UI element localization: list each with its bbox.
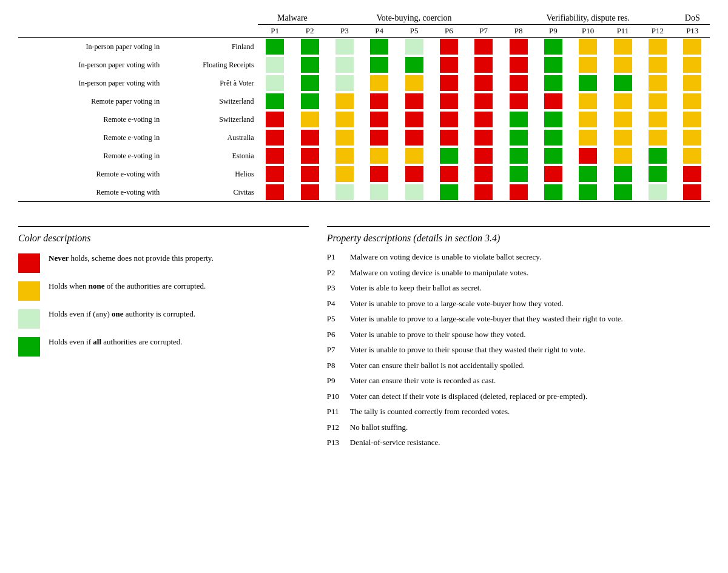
color-cell [536, 183, 570, 202]
color-cell [292, 92, 327, 110]
color-cell [675, 74, 710, 92]
property-item: P4Voter is unable to prove to a large-sc… [327, 298, 710, 310]
color-cell [536, 129, 570, 147]
color-cell [467, 183, 501, 202]
color-cell [327, 110, 362, 129]
color-cell [327, 38, 362, 56]
property-id: P6 [327, 329, 344, 341]
group-dos: DoS [675, 12, 710, 25]
color-cell [571, 74, 605, 92]
color-cell [675, 165, 710, 183]
property-item: P2Malware on voting device is unable to … [327, 267, 710, 279]
color-cell [397, 129, 431, 147]
color-cell [640, 129, 675, 147]
property-id: P3 [327, 282, 344, 294]
color-cell [292, 147, 327, 165]
color-desc-text: Holds when none of the authorities are c… [49, 280, 206, 292]
color-cell [397, 110, 431, 129]
color-cell [397, 183, 431, 202]
color-cell [536, 110, 570, 129]
property-item: P7Voter is unable to prove to their spou… [327, 344, 710, 356]
table-row: Remote paper voting inSwitzerland [18, 92, 710, 110]
color-cell [640, 165, 675, 183]
table-row: In-person paper voting withFloating Rece… [18, 56, 710, 74]
row-label-left: Remote e-voting with [18, 165, 162, 183]
color-swatch [18, 281, 40, 301]
color-cell [327, 147, 362, 165]
comparison-table-section: Malware Vote-buying, coercion Verifiabil… [18, 12, 710, 202]
color-cell [501, 147, 536, 165]
color-cell [362, 110, 397, 129]
color-cell [292, 110, 327, 129]
property-item: P1Malware on voting device is unable to … [327, 251, 710, 263]
bottom-section: Color descriptions Never holds, scheme d… [18, 226, 710, 452]
col-p6: P6 [431, 25, 466, 38]
color-cell [431, 92, 466, 110]
color-cell [327, 165, 362, 183]
color-cell [640, 38, 675, 56]
color-desc-text: Holds even if all authorities are corrup… [49, 336, 183, 348]
color-cell [292, 74, 327, 92]
property-item: P10Voter can detect if their vote is dis… [327, 390, 710, 403]
color-cell [431, 110, 466, 129]
color-cell [467, 110, 501, 129]
color-descriptions-title: Color descriptions [18, 233, 309, 244]
color-desc-item: Never holds, scheme does not provide thi… [18, 252, 309, 273]
color-cell [605, 92, 640, 110]
color-cell [675, 147, 710, 165]
color-cell [640, 92, 675, 110]
color-cell [467, 92, 501, 110]
color-cell [536, 165, 570, 183]
color-cell [431, 38, 466, 56]
color-desc-text: Holds even if (any) one authority is cor… [49, 308, 195, 320]
color-cell [258, 56, 292, 74]
color-cell [605, 56, 640, 74]
color-cell [467, 165, 501, 183]
color-cell [431, 74, 466, 92]
color-cell [501, 74, 536, 92]
color-cell [258, 183, 292, 202]
color-cell [362, 38, 397, 56]
property-text: Malware on voting device is unable to vi… [350, 251, 541, 263]
color-cell [605, 147, 640, 165]
property-text: Voter can ensure their vote is recorded … [350, 375, 496, 387]
property-id: P13 [327, 437, 344, 449]
property-descriptions-panel: Property descriptions (details in sectio… [327, 226, 710, 452]
color-cell [362, 92, 397, 110]
table-body: In-person paper voting inFinlandIn-perso… [18, 38, 710, 202]
property-item: P8Voter can ensure their ballot is not a… [327, 360, 710, 372]
color-cell [397, 56, 431, 74]
color-cell [640, 183, 675, 202]
color-cell [571, 129, 605, 147]
color-cell [675, 183, 710, 202]
color-cell [467, 56, 501, 74]
property-item: P5Voter is unable to prove to a large-sc… [327, 313, 710, 325]
color-cell [467, 129, 501, 147]
property-text: Voter is able to keep their ballot as se… [350, 282, 482, 294]
color-cell [536, 56, 570, 74]
property-text: Voter is unable to prove to a large-scal… [350, 313, 623, 325]
group-verifiability: Verifiability, dispute res. [501, 12, 675, 25]
color-cell [292, 56, 327, 74]
color-cell [501, 38, 536, 56]
property-item: P6Voter is unable to prove to their spou… [327, 329, 710, 341]
color-cell [501, 110, 536, 129]
color-cell [571, 147, 605, 165]
table-row: Remote e-voting inAustralia [18, 129, 710, 147]
table-row: Remote e-voting withCivitas [18, 183, 710, 202]
color-cell [640, 56, 675, 74]
color-cell [362, 183, 397, 202]
color-cell [327, 56, 362, 74]
col-p3: P3 [327, 25, 362, 38]
row-label-right: Estonia [162, 147, 257, 165]
color-cell [397, 147, 431, 165]
sub-header-row: P1 P2 P3 P4 P5 P6 P7 P8 P9 P10 P11 P12 P… [18, 25, 710, 38]
color-cell [292, 165, 327, 183]
color-cell [571, 38, 605, 56]
color-cell [536, 38, 570, 56]
group-header-row: Malware Vote-buying, coercion Verifiabil… [18, 12, 710, 25]
table-row: Remote e-voting inSwitzerland [18, 110, 710, 129]
property-id: P8 [327, 360, 344, 372]
color-cell [362, 74, 397, 92]
color-cell [536, 92, 570, 110]
